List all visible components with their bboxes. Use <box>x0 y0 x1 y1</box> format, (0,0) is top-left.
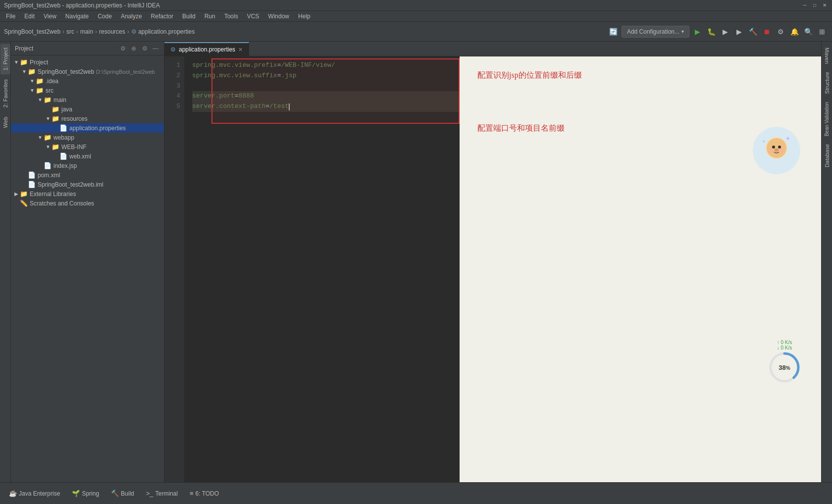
menu-bar: File Edit View Navigate Code Analyze Ref… <box>0 11 832 22</box>
tree-item[interactable]: 📄 SpringBoot_test2web.iml <box>11 180 164 189</box>
breadcrumb-src[interactable]: src <box>66 28 74 35</box>
profile-button[interactable]: ▶ <box>733 26 745 38</box>
tree-item[interactable]: 📄 web.xml <box>11 151 164 161</box>
tab-close-button[interactable]: ✕ <box>238 47 243 53</box>
build-button[interactable]: 🔨 <box>747 26 759 38</box>
window-controls: ─ □ ✕ <box>801 2 828 9</box>
code-editor[interactable]: spring.mvc.view.prefix=/WEB-INF/view/ sp… <box>184 56 460 482</box>
svg-point-5 <box>772 146 775 149</box>
breadcrumb-project[interactable]: SpringBoot_test2web <box>4 28 60 35</box>
bottom-tabs-bar: ☕ Java Enterprise 🌱 Spring 🔨 Build >_ Te… <box>0 482 832 504</box>
project-panel: Project ⚙ ⊕ ⚙ — ▼ 📁 Project ▼ 📁 SpringBo… <box>11 42 164 482</box>
sidebar-item-structure[interactable]: Structure <box>822 68 832 98</box>
tab-label: application.properties <box>179 46 235 53</box>
annotation-1: 配置识别jsp的位置前缀和后缀 <box>468 66 813 85</box>
sidebar-item-database[interactable]: Database <box>822 140 832 171</box>
breadcrumb-main[interactable]: main <box>80 28 93 35</box>
project-panel-title: Project <box>15 45 116 52</box>
svg-point-6 <box>778 146 781 149</box>
tree-item[interactable]: ▼ 📁 SpringBoot_test2web D:\SpringBoot_te… <box>11 67 164 76</box>
sidebar-item-favorites[interactable]: 2: Favorites <box>0 75 10 111</box>
tree-item[interactable]: ▼ 📁 WEB-INF <box>11 142 164 151</box>
main-layout: 1: Project 2: Favorites Web Project ⚙ ⊕ … <box>0 42 832 482</box>
tree-item[interactable]: 📁 java <box>11 104 164 114</box>
line-num-3: 3 <box>164 81 180 92</box>
code-line-2: spring.mvc.view.suffix=.jsp <box>192 71 460 81</box>
sidebar-item-project[interactable]: 1: Project <box>0 44 10 74</box>
project-panel-header: Project ⚙ ⊕ ⚙ — <box>11 42 164 55</box>
svg-point-8 <box>769 148 774 153</box>
tree-item[interactable]: ▶ 📁 External Libraries <box>11 189 164 199</box>
project-expand-button[interactable]: ⊕ <box>129 44 138 53</box>
tree-item[interactable]: ▼ 📁 resources <box>11 114 164 123</box>
editor-tab-properties[interactable]: ⚙ application.properties ✕ <box>164 42 249 56</box>
settings-button[interactable]: ⚙ <box>775 26 786 38</box>
menu-run[interactable]: Run <box>201 12 219 21</box>
stop-button[interactable]: ⏹ <box>761 26 773 38</box>
coverage-button[interactable]: ▶ <box>719 26 731 38</box>
project-minimize-button[interactable]: — <box>151 44 160 53</box>
search-everywhere-button[interactable]: 🔍 <box>802 26 814 38</box>
menu-refactor[interactable]: Refactor <box>147 12 177 21</box>
bottom-tab-todo[interactable]: ≡ 6: TODO <box>185 488 224 499</box>
tree-item[interactable]: 📄 pom.xml <box>11 170 164 180</box>
todo-icon: ≡ <box>190 490 194 497</box>
minimize-button[interactable]: ─ <box>801 2 808 9</box>
sidebar-item-web[interactable]: Web <box>0 113 10 132</box>
menu-vcs[interactable]: VCS <box>243 12 263 21</box>
bottom-tab-spring[interactable]: 🌱 Spring <box>67 488 104 499</box>
bottom-tab-java-enterprise[interactable]: ☕ Java Enterprise <box>4 488 65 499</box>
sidebar-item-bean-validation[interactable]: Bean Validation <box>822 98 832 140</box>
debug-button[interactable]: 🐛 <box>705 26 717 38</box>
close-button[interactable]: ✕ <box>821 2 828 9</box>
sync-button[interactable]: 🔄 <box>608 26 620 38</box>
right-panel: 配置识别jsp的位置前缀和后缀 配置端口号和项目名前缀 <box>460 56 821 482</box>
tree-item[interactable]: ▼ 📁 src <box>11 86 164 95</box>
menu-code[interactable]: Code <box>94 12 116 21</box>
tree-item[interactable]: ▼ 📁 main <box>11 95 164 104</box>
code-line-3 <box>192 81 460 92</box>
bottom-tab-terminal[interactable]: >_ Terminal <box>141 488 183 499</box>
breadcrumb: SpringBoot_test2web › src › main › resou… <box>4 28 606 35</box>
tree-item[interactable]: ▼ 📁 Project <box>11 57 164 67</box>
menu-file[interactable]: File <box>2 12 19 21</box>
svg-text:✦: ✦ <box>785 135 790 142</box>
notifications-button[interactable]: 🔔 <box>788 26 800 38</box>
svg-text:✦: ✦ <box>762 139 766 144</box>
menu-edit[interactable]: Edit <box>20 12 39 21</box>
menu-navigate[interactable]: Navigate <box>61 12 93 21</box>
menu-window[interactable]: Window <box>264 12 293 21</box>
run-button[interactable]: ▶ <box>691 26 703 38</box>
maximize-button[interactable]: □ <box>811 2 818 9</box>
add-configuration-button[interactable]: Add Configuration... ▾ <box>622 26 689 38</box>
menu-build[interactable]: Build <box>178 12 200 21</box>
project-tree: ▼ 📁 Project ▼ 📁 SpringBoot_test2web D:\S… <box>11 55 164 482</box>
breadcrumb-resources[interactable]: resources <box>99 28 125 35</box>
tree-item[interactable]: ▼ 📁 .idea <box>11 76 164 86</box>
svg-point-7 <box>775 149 779 151</box>
window-title: SpringBoot_test2web - application.proper… <box>4 2 160 9</box>
line-num-4: 4 <box>164 91 180 101</box>
line-numbers: 1 2 3 4 5 <box>164 56 184 482</box>
tree-item[interactable]: 📄 application.properties <box>11 123 164 133</box>
project-settings-button[interactable]: ⚙ <box>118 44 127 53</box>
menu-analyze[interactable]: Analyze <box>117 12 146 21</box>
menu-help[interactable]: Help <box>294 12 314 21</box>
title-bar: SpringBoot_test2web - application.proper… <box>0 0 832 11</box>
toolbar: SpringBoot_test2web › src › main › resou… <box>0 22 832 42</box>
menu-tools[interactable]: Tools <box>220 12 242 21</box>
svg-point-9 <box>779 148 784 153</box>
add-config-label: Add Configuration... <box>627 28 679 35</box>
left-sidebar-tabs: 1: Project 2: Favorites Web <box>0 42 11 482</box>
terminal-icon: >_ <box>146 490 154 497</box>
bottom-tab-build[interactable]: 🔨 Build <box>106 488 139 499</box>
tree-item[interactable]: ✏️ Scratches and Consoles <box>11 199 164 208</box>
java-enterprise-icon: ☕ <box>9 490 17 497</box>
code-line-1: spring.mvc.view.prefix=/WEB-INF/view/ <box>192 60 460 71</box>
project-options-button[interactable]: ⚙ <box>140 44 149 53</box>
menu-view[interactable]: View <box>40 12 60 21</box>
sidebar-item-maven[interactable]: Maven <box>822 44 832 68</box>
expand-button[interactable]: ⊞ <box>816 26 828 38</box>
tree-item[interactable]: ▼ 📁 webapp <box>11 133 164 142</box>
tree-item[interactable]: 📄 index.jsp <box>11 161 164 170</box>
